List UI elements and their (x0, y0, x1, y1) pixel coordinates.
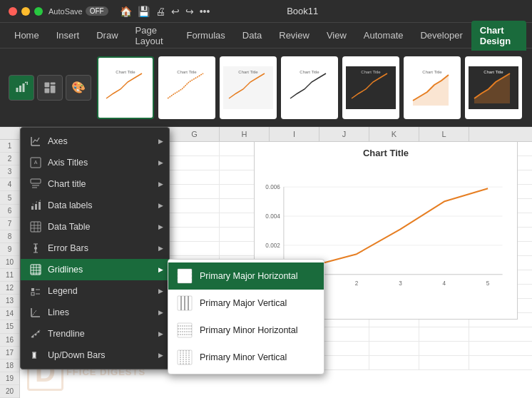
menu-item-updown-bars-label: Up/Down Bars (48, 350, 106, 360)
axis-titles-icon: A (29, 156, 42, 169)
chart-style-7[interactable]: Chart Title (465, 56, 522, 119)
submenu-primary-major-vertical[interactable]: Primary Major Vertical (168, 290, 324, 317)
col-j: J (319, 127, 369, 141)
svg-rect-94 (178, 350, 192, 364)
chart-thumb-1-svg: Chart Title (101, 63, 150, 113)
row-num-1: 1 (0, 140, 19, 153)
toolbar-icons: 🎨 (9, 75, 91, 101)
svg-point-75 (32, 336, 34, 338)
row-num-4: 4 (0, 178, 19, 191)
quick-layout-button[interactable] (37, 75, 63, 101)
toolbar-print-icon[interactable]: 🖨 (155, 6, 165, 17)
tab-view[interactable]: View (318, 26, 355, 45)
tab-insert[interactable]: Insert (48, 26, 88, 45)
menu-item-legend-label: Legend (48, 286, 78, 296)
svg-rect-0 (16, 88, 19, 92)
svg-rect-7 (51, 82, 56, 84)
data-table-icon (29, 220, 42, 233)
svg-text:0.004: 0.004 (265, 213, 280, 220)
tab-automate[interactable]: Automate (355, 26, 412, 45)
maximize-button[interactable] (34, 7, 43, 16)
menu-item-error-bars[interactable]: Error Bars (21, 238, 169, 259)
svg-rect-6 (45, 82, 50, 87)
tab-data[interactable]: Data (234, 26, 270, 45)
chart-title-icon (29, 178, 42, 190)
svg-rect-89 (178, 323, 192, 337)
row-num-9: 9 (0, 243, 19, 256)
chart-style-2[interactable]: Chart Title (158, 56, 215, 119)
menu-item-axis-titles[interactable]: A Axis Titles (21, 152, 169, 173)
quick-layout-icon (44, 79, 56, 96)
tab-formulas[interactable]: Formulas (178, 26, 234, 45)
svg-text:3: 3 (39, 200, 41, 202)
svg-text:Chart Title: Chart Title (116, 70, 135, 74)
row-num-19: 19 (0, 372, 19, 385)
tab-developer[interactable]: Developer (411, 26, 471, 45)
tab-home[interactable]: Home (6, 26, 48, 45)
svg-text:1: 1 (32, 203, 34, 206)
menu-item-legend[interactable]: Legend (21, 280, 169, 302)
toolbar-home-icon[interactable]: 🏠 (120, 6, 132, 17)
chart-style-3[interactable]: Chart Title (220, 56, 277, 119)
menu-item-data-labels-label: Data labels (48, 200, 93, 210)
menu-item-data-labels[interactable]: 1 2 3 Data labels (21, 195, 169, 216)
chart-thumb-3-svg: Chart Title (223, 63, 273, 113)
toolbar-redo-icon[interactable]: ↪ (185, 6, 194, 17)
tab-chart-design[interactable]: Chart Design (471, 21, 526, 51)
chart-style-4[interactable]: Chart Title (281, 56, 338, 119)
tab-draw[interactable]: Draw (88, 26, 126, 45)
svg-text:Chart Title: Chart Title (238, 70, 258, 74)
submenu-primary-minor-vertical[interactable]: Primary Minor Vertical (168, 344, 324, 371)
change-colors-button[interactable]: 🎨 (66, 75, 91, 101)
col-l: L (419, 127, 469, 141)
tab-page-layout[interactable]: Page Layout (127, 21, 178, 51)
submenu-item-label: Primary Minor Horizontal (200, 325, 298, 335)
menu-item-axes-label: Axes (48, 136, 68, 146)
titlebar: AutoSave OFF 🏠 💾 🖨 ↩ ↪ ••• Book11 (0, 0, 532, 23)
submenu-primary-minor-horizontal[interactable]: Primary Minor Horizontal (168, 317, 324, 344)
autosave-label: AutoSave (48, 7, 83, 16)
menu-item-updown-bars[interactable]: Up/Down Bars (21, 345, 169, 366)
row-num-15: 15 (0, 320, 19, 333)
submenu-primary-major-horizontal[interactable]: Primary Major Horizontal (168, 262, 324, 290)
svg-text:Chart Title: Chart Title (484, 70, 503, 74)
chart-style-5[interactable]: Chart Title (342, 56, 399, 119)
menu-item-error-bars-label: Error Bars (48, 243, 88, 253)
titlebar-left: AutoSave OFF 🏠 💾 🖨 ↩ ↪ ••• (9, 6, 210, 17)
autosave-toggle[interactable]: OFF (86, 6, 108, 16)
chart-style-6[interactable]: Chart Title (404, 56, 461, 119)
toolbar-more-icon[interactable]: ••• (200, 6, 210, 17)
minimize-button[interactable] (21, 7, 30, 16)
lines-icon (29, 306, 42, 319)
row-num-14: 14 (0, 307, 19, 320)
menu-item-axes[interactable]: Axes (21, 131, 169, 152)
chart-thumb-5-svg: Chart Title (346, 63, 396, 113)
add-chart-element-button[interactable] (9, 75, 34, 101)
legend-icon (29, 285, 42, 297)
chart-title: Chart Title (255, 142, 517, 161)
chart-style-1[interactable]: Chart Title (97, 56, 154, 119)
svg-rect-8 (45, 88, 50, 93)
primary-minor-vertical-icon (177, 349, 193, 365)
menu-item-data-table[interactable]: Data Table (21, 216, 169, 238)
row-num-2: 2 (0, 153, 19, 165)
menu-item-trendline[interactable]: Trendline (21, 323, 169, 345)
svg-line-74 (31, 310, 36, 317)
row-num-5: 5 (0, 191, 19, 204)
toolbar-undo-icon[interactable]: ↩ (171, 6, 180, 17)
row-num-13: 13 (0, 295, 19, 307)
toolbar-save-icon[interactable]: 💾 (138, 6, 150, 17)
row-numbers: 1 2 3 4 5 6 7 8 9 10 11 12 13 14 15 16 1… (0, 127, 20, 398)
menu-item-chart-title[interactable]: Chart title (21, 173, 169, 195)
menu-item-trendline-label: Trendline (48, 329, 85, 339)
menu-item-chart-title-label: Chart title (48, 179, 86, 189)
close-button[interactable] (9, 7, 17, 16)
menu-item-gridlines[interactable]: Gridlines (21, 259, 169, 280)
svg-text:Chart Title: Chart Title (361, 70, 381, 74)
row-num-3: 3 (0, 165, 19, 178)
menu-item-lines[interactable]: Lines (21, 302, 169, 323)
tab-review[interactable]: Review (270, 26, 318, 45)
row-num-10: 10 (0, 256, 19, 269)
svg-rect-46 (31, 206, 34, 210)
chart-element-icon (15, 79, 28, 96)
